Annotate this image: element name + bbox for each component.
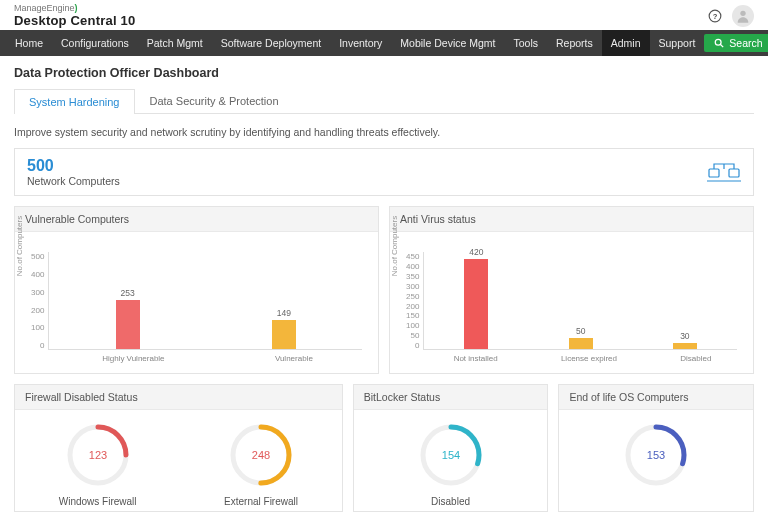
dial-external-firewall[interactable]: 248External Firewall: [224, 420, 298, 507]
network-icon: [707, 159, 741, 185]
svg-text:?: ?: [713, 12, 718, 21]
svg-text:123: 123: [88, 449, 106, 461]
dial-windows-firewall[interactable]: 123Windows Firewall: [59, 420, 137, 507]
tab-data-security-protection[interactable]: Data Security & Protection: [135, 88, 294, 113]
svg-line-4: [721, 44, 724, 47]
panel-eol-os: End of life OS Computers 153: [558, 384, 754, 512]
panel-title: BitLocker Status: [354, 385, 548, 410]
tab-bar: System HardeningData Security & Protecti…: [14, 88, 754, 114]
panel-title: Firewall Disabled Status: [15, 385, 342, 410]
nav-item-inventory[interactable]: Inventory: [330, 30, 391, 56]
page-description: Improve system security and network scru…: [14, 126, 754, 138]
nav-item-home[interactable]: Home: [6, 30, 52, 56]
tab-system-hardening[interactable]: System Hardening: [14, 89, 135, 114]
nav-item-tools[interactable]: Tools: [504, 30, 547, 56]
search-button[interactable]: Search: [704, 34, 768, 52]
primary-nav: HomeConfigurationsPatch MgmtSoftware Dep…: [0, 30, 768, 56]
svg-rect-5: [709, 169, 719, 177]
bar-vulnerable[interactable]: 149: [272, 308, 296, 349]
bar-disabled[interactable]: 30: [673, 331, 697, 349]
user-avatar[interactable]: [732, 5, 754, 27]
nav-item-configurations[interactable]: Configurations: [52, 30, 138, 56]
svg-text:153: 153: [647, 449, 665, 461]
dial-disabled[interactable]: 154Disabled: [416, 420, 486, 507]
panel-antivirus-status: Anti Virus status No.of Computers4504003…: [389, 206, 754, 374]
panel-vulnerable-computers: Vulnerable Computers No.of Computers5004…: [14, 206, 379, 374]
nav-item-mobile-device-mgmt[interactable]: Mobile Device Mgmt: [391, 30, 504, 56]
nav-item-patch-mgmt[interactable]: Patch Mgmt: [138, 30, 212, 56]
nav-item-reports[interactable]: Reports: [547, 30, 602, 56]
summary-label: Network Computers: [27, 175, 120, 187]
panel-firewall-status: Firewall Disabled Status 123Windows Fire…: [14, 384, 343, 512]
summary-value: 500: [27, 157, 120, 175]
svg-point-2: [740, 11, 745, 16]
dial-value[interactable]: 153: [621, 420, 691, 496]
nav-item-software-deployment[interactable]: Software Deployment: [212, 30, 330, 56]
svg-text:154: 154: [441, 449, 459, 461]
bar-license-expired[interactable]: 50: [569, 326, 593, 349]
panel-title: Anti Virus status: [390, 207, 753, 232]
bar-highly-vulnerable[interactable]: 253: [116, 288, 140, 349]
page-title: Data Protection Officer Dashboard: [14, 66, 754, 80]
svg-rect-6: [729, 169, 739, 177]
summary-card[interactable]: 500 Network Computers: [14, 148, 754, 196]
panel-bitlocker-status: BitLocker Status 154Disabled: [353, 384, 549, 512]
svg-text:248: 248: [252, 449, 270, 461]
bar-not-installed[interactable]: 420: [464, 247, 488, 349]
svg-point-3: [716, 39, 722, 45]
panel-title: End of life OS Computers: [559, 385, 753, 410]
nav-item-support[interactable]: Support: [650, 30, 705, 56]
panel-title: Vulnerable Computers: [15, 207, 378, 232]
nav-item-admin[interactable]: Admin: [602, 30, 650, 56]
help-icon[interactable]: ?: [708, 9, 722, 23]
product-logo: ManageEngine) Desktop Central 10: [14, 4, 135, 28]
